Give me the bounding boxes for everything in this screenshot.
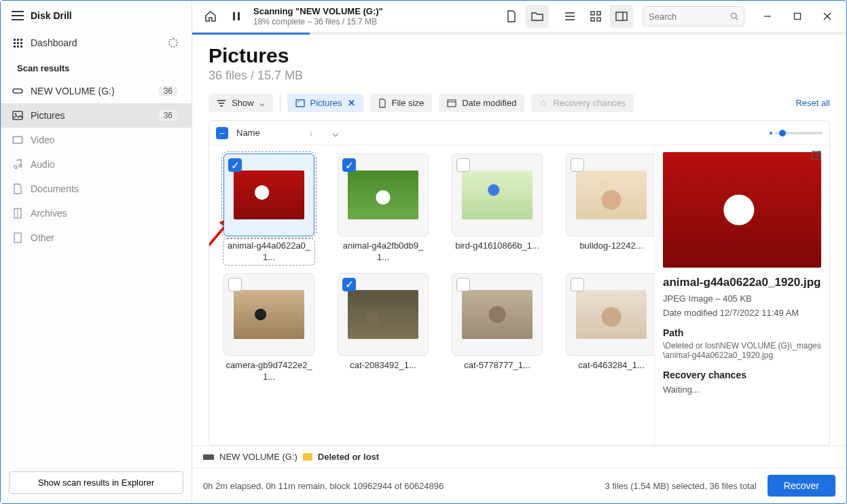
sidebar-item-dashboard[interactable]: Dashboard (1, 31, 192, 55)
grid-header: – Name ↓ ⌵ (209, 121, 829, 145)
preview-path-header: Path (663, 327, 821, 338)
svg-rect-33 (448, 100, 456, 107)
filter-chip-filesize[interactable]: File size (370, 94, 433, 112)
sidebar-item-label: Archives (31, 208, 67, 219)
show-in-explorer-button[interactable]: Show scan results in Explorer (9, 471, 183, 494)
close-button[interactable] (814, 6, 841, 26)
window-controls (754, 6, 841, 26)
thumbnail-wrap: ✓ (223, 154, 314, 236)
expand-icon[interactable]: ⌵ (332, 126, 339, 139)
svg-point-7 (19, 164, 22, 167)
preview-pane-button[interactable] (610, 5, 633, 28)
filter-chip-recovery[interactable]: ☆ Recovery chances (531, 94, 634, 112)
file-item[interactable]: ✓ animal-g44a0622a0_1... (215, 154, 323, 264)
sidebar-item-label: Documents (31, 183, 79, 194)
select-all-checkbox[interactable]: – (216, 127, 228, 139)
scan-title: Scanning "NEW VOLUME (G:)" (253, 6, 383, 17)
thumbnail-wrap (452, 273, 543, 356)
file-item[interactable]: cat-5778777_1... (443, 273, 552, 383)
item-checkbox[interactable] (228, 278, 242, 291)
file-item[interactable]: ✓ animal-g4a2fb0db9_1... (329, 154, 437, 264)
svg-point-6 (14, 166, 17, 168)
folder-icon-button[interactable] (526, 5, 549, 28)
sidebar-footer: Show scan results in Explorer (1, 465, 192, 503)
minimize-button[interactable] (754, 6, 781, 26)
item-checkbox[interactable] (571, 278, 584, 291)
star-icon: ☆ (539, 98, 547, 108)
dashboard-icon (12, 39, 24, 48)
svg-rect-20 (616, 12, 627, 20)
home-button[interactable] (199, 5, 222, 28)
file-item[interactable]: cat-6463284_1... (557, 273, 654, 383)
item-checkbox[interactable] (456, 158, 470, 172)
file-name: animal-g4a2fb0db9_1... (339, 240, 427, 264)
item-checkbox[interactable] (571, 158, 584, 172)
pictures-icon (295, 99, 305, 107)
breadcrumb-drive[interactable]: NEW VOLUME (G:) (219, 452, 298, 462)
svg-rect-10 (14, 233, 21, 242)
item-checkbox[interactable]: ✓ (342, 278, 356, 291)
preview-chances-value: Waiting... (663, 384, 821, 395)
item-checkbox[interactable]: ✓ (228, 158, 242, 172)
preview-meta: JPEG Image – 405 KB (663, 293, 821, 304)
pause-button[interactable] (225, 5, 248, 28)
thumbnail-image (348, 170, 418, 219)
file-item[interactable]: bulldog-12242... (557, 154, 654, 264)
list-view-button[interactable] (558, 5, 581, 28)
item-checkbox[interactable]: ✓ (342, 158, 356, 172)
reset-all-link[interactable]: Reset all (795, 98, 830, 108)
item-checkbox[interactable] (456, 278, 470, 291)
thumbnail-zoom-slider[interactable] (770, 132, 823, 134)
file-name: cat-2083492_1... (339, 360, 427, 372)
svg-point-2 (15, 113, 17, 115)
file-icon-button[interactable] (500, 5, 523, 28)
file-name: animal-g44a0622a0_1... (225, 240, 313, 264)
file-name: cat-6463284_1... (567, 360, 654, 372)
sidebar-item-volume[interactable]: NEW VOLUME (G:) 36 (1, 79, 192, 103)
file-item[interactable]: camera-gb9d7422e2_1... (215, 273, 323, 383)
sidebar-item-archives[interactable]: Archives (1, 201, 192, 226)
file-item[interactable]: bird-g41610866b_1... (443, 154, 552, 264)
sidebar-item-other[interactable]: Other (1, 226, 192, 250)
menu-icon[interactable] (12, 11, 24, 20)
search-input[interactable] (649, 12, 726, 22)
thumbnail-image (234, 170, 304, 219)
filter-chip-date[interactable]: Date modified (439, 94, 524, 112)
divider (280, 94, 281, 112)
chevron-down-icon: ⌵ (259, 98, 265, 108)
preview-image (663, 152, 821, 268)
svg-rect-11 (233, 12, 235, 20)
page-title: Pictures (209, 44, 830, 67)
maximize-button[interactable] (784, 6, 811, 26)
titlebar: Scanning "NEW VOLUME (G:)" 18% complete … (192, 1, 846, 33)
recover-button[interactable]: Recover (768, 475, 835, 497)
zoom-knob[interactable] (779, 130, 786, 137)
sidebar-item-pictures[interactable]: Pictures 36 (1, 103, 192, 128)
sidebar-item-documents[interactable]: Documents (1, 177, 192, 201)
search-box[interactable] (643, 6, 744, 26)
sidebar-item-audio[interactable]: Audio (1, 152, 192, 177)
folder-icon (303, 453, 312, 461)
show-dropdown[interactable]: Show ⌵ (209, 94, 273, 112)
svg-point-32 (298, 101, 299, 103)
column-name[interactable]: Name (236, 128, 260, 138)
preview-chances-header: Recovery chances (663, 370, 821, 380)
close-icon[interactable]: ✕ (348, 98, 355, 108)
popout-icon[interactable] (809, 148, 824, 163)
sidebar-item-video[interactable]: Video (1, 128, 192, 152)
chip-label: Recovery chances (553, 98, 626, 108)
breadcrumb-folder[interactable]: Deleted or lost (318, 452, 379, 462)
file-item[interactable]: ✓ cat-2083492_1... (329, 273, 437, 383)
svg-rect-1 (13, 111, 22, 120)
grid-view-button[interactable] (584, 5, 607, 28)
calendar-icon (447, 98, 456, 107)
svg-rect-0 (13, 89, 22, 93)
filter-chip-pictures[interactable]: Pictures ✕ (287, 94, 363, 112)
svg-rect-4 (13, 137, 14, 143)
svg-rect-31 (296, 100, 304, 107)
sidebar: Disk Drill Dashboard Scan results NEW VO… (1, 1, 192, 503)
thumbnail-image (462, 290, 533, 339)
sidebar-header: Disk Drill (1, 1, 192, 31)
sidebar-item-label: Video (31, 134, 55, 145)
status-bar: 0h 2m elapsed, 0h 11m remain, block 1096… (192, 467, 846, 503)
